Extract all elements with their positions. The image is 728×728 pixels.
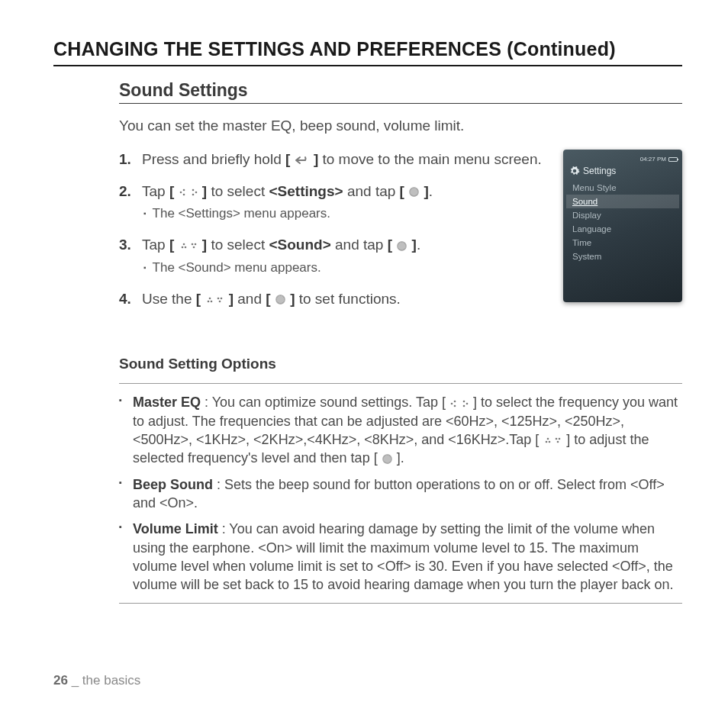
svg-point-29 bbox=[463, 404, 465, 407]
device-header: Settings bbox=[563, 166, 682, 181]
options-list: Master EQ : You can optimize sound setti… bbox=[119, 393, 682, 594]
ud-icon bbox=[179, 241, 198, 250]
svg-point-12 bbox=[194, 243, 196, 246]
step-text: Tap [ ] to select <Settings> and tap [ ]… bbox=[142, 183, 433, 199]
device-menu-list: Menu StyleSoundDisplayLanguageTimeSystem bbox=[563, 181, 682, 263]
option-item: Beep Sound : Sets the beep sound for but… bbox=[119, 475, 682, 513]
svg-point-18 bbox=[209, 297, 211, 299]
intro-text: You can set the master EQ, beep sound, v… bbox=[119, 118, 682, 134]
svg-point-32 bbox=[547, 438, 549, 440]
step-sub: The <Settings> menu appears. bbox=[142, 205, 549, 223]
svg-point-16 bbox=[208, 300, 210, 302]
svg-point-33 bbox=[556, 438, 558, 440]
page-footer: 26 _ the basics bbox=[53, 673, 140, 688]
ud-icon bbox=[543, 436, 562, 445]
back-icon bbox=[295, 155, 310, 166]
lr-icon bbox=[449, 399, 469, 408]
content-area: Sound Settings You can set the master EQ… bbox=[53, 80, 682, 604]
svg-point-31 bbox=[549, 441, 551, 443]
svg-point-34 bbox=[559, 438, 561, 440]
device-menu-item: System bbox=[566, 250, 679, 263]
step-text: Press and briefly hold [ ] to move to th… bbox=[142, 151, 542, 167]
device-menu-item: Language bbox=[566, 222, 679, 236]
chapter-name: the basics bbox=[82, 673, 141, 688]
device-status-bar: 04:27 PM bbox=[563, 156, 682, 166]
device-screenshot: 04:27 PM Settings Menu StyleSoundDisplay… bbox=[563, 150, 682, 302]
svg-point-3 bbox=[195, 191, 197, 193]
options-rule-bottom bbox=[119, 603, 682, 604]
step-text: Use the [ ] and [ ] to set functions. bbox=[142, 291, 401, 307]
svg-point-35 bbox=[557, 441, 559, 443]
option-item: Volume Limit : You can avoid hearing dam… bbox=[119, 520, 682, 594]
gear-icon bbox=[569, 166, 580, 176]
svg-point-2 bbox=[182, 193, 185, 195]
ud-icon bbox=[205, 295, 224, 304]
svg-point-21 bbox=[219, 300, 221, 302]
svg-point-9 bbox=[184, 246, 186, 249]
options-title: Sound Setting Options bbox=[119, 356, 682, 372]
svg-point-28 bbox=[463, 400, 465, 402]
svg-point-24 bbox=[451, 402, 453, 404]
circle-icon bbox=[408, 186, 420, 198]
svg-point-5 bbox=[192, 193, 194, 195]
svg-point-0 bbox=[179, 191, 182, 193]
device-menu-item: Display bbox=[566, 208, 679, 222]
footer-sep: _ bbox=[68, 673, 82, 688]
svg-point-27 bbox=[466, 402, 469, 404]
svg-point-13 bbox=[192, 246, 195, 249]
circle-icon bbox=[396, 240, 407, 252]
steps-column: Press and briefly hold [ ] to move to th… bbox=[119, 150, 549, 321]
svg-point-4 bbox=[192, 188, 194, 191]
step-2: Tap [ ] to select <Settings> and tap [ ]… bbox=[119, 182, 549, 224]
device-header-label: Settings bbox=[583, 166, 616, 176]
battery-icon bbox=[668, 157, 678, 162]
svg-point-30 bbox=[546, 441, 548, 443]
step-4: Use the [ ] and [ ] to set functions. bbox=[119, 289, 549, 309]
svg-point-17 bbox=[211, 300, 213, 302]
lr-icon bbox=[179, 188, 198, 197]
circle-icon bbox=[275, 294, 286, 305]
step-text: Tap [ ] to select <Sound> and tap [ ]. bbox=[142, 237, 420, 253]
svg-point-8 bbox=[181, 246, 183, 249]
svg-point-25 bbox=[454, 400, 456, 402]
circle-icon bbox=[382, 453, 393, 465]
step-1: Press and briefly hold [ ] to move to th… bbox=[119, 150, 549, 169]
device-menu-item: Menu Style bbox=[566, 181, 679, 195]
steps-list: Press and briefly hold [ ] to move to th… bbox=[119, 150, 549, 308]
svg-point-11 bbox=[191, 243, 193, 246]
options-rule-top bbox=[119, 383, 682, 384]
step-sub: The <Sound> menu appears. bbox=[142, 259, 549, 277]
svg-point-20 bbox=[221, 297, 223, 299]
option-name: Beep Sound bbox=[133, 477, 213, 492]
svg-point-10 bbox=[182, 243, 185, 246]
device-time: 04:27 PM bbox=[640, 156, 666, 163]
step-3: Tap [ ] to select <Sound> and tap [ ].Th… bbox=[119, 235, 549, 277]
section-title: Sound Settings bbox=[119, 80, 682, 104]
option-name: Volume Limit bbox=[133, 521, 218, 536]
svg-point-19 bbox=[217, 297, 220, 299]
device-menu-item: Time bbox=[566, 236, 679, 250]
svg-point-1 bbox=[182, 188, 185, 191]
page-title: CHANGING THE SETTINGS AND PREFERENCES (C… bbox=[53, 38, 682, 66]
svg-point-26 bbox=[454, 404, 456, 407]
option-item: Master EQ : You can optimize sound setti… bbox=[119, 393, 682, 467]
device-menu-item: Sound bbox=[566, 195, 679, 208]
page-number: 26 bbox=[53, 673, 68, 688]
option-name: Master EQ bbox=[133, 395, 201, 410]
